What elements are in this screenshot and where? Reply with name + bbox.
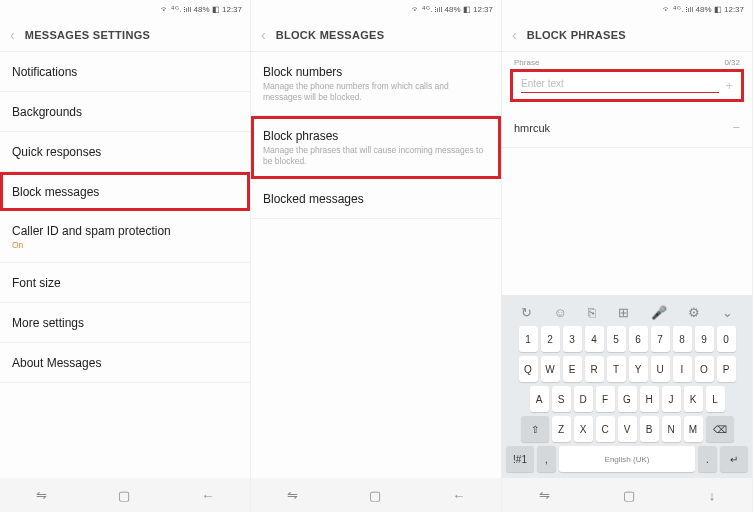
keyboard: ↻ ☺ ⎘ ⊞ 🎤 ⚙ ⌄ 1234567890 QWERTYUIOP ASDF…	[502, 295, 752, 478]
key-p[interactable]: P	[717, 356, 736, 382]
key-o[interactable]: O	[695, 356, 714, 382]
recent-apps-icon[interactable]: ⇋	[36, 488, 47, 503]
key-j[interactable]: J	[662, 386, 681, 412]
down-nav-icon[interactable]: ↓	[709, 488, 716, 503]
key-a[interactable]: A	[530, 386, 549, 412]
header: ‹ MESSAGES SETTINGS	[0, 18, 250, 52]
back-icon[interactable]: ‹	[10, 27, 15, 43]
status-bar: ᯤ ⁴ᴳ.⫶ıll 48% ◧ 12:37	[251, 0, 501, 18]
key-l[interactable]: L	[706, 386, 725, 412]
back-nav-icon[interactable]: ←	[201, 488, 214, 503]
key-5[interactable]: 5	[607, 326, 626, 352]
key-k[interactable]: K	[684, 386, 703, 412]
phrase-text: hmrcuk	[514, 122, 550, 134]
key-2[interactable]: 2	[541, 326, 560, 352]
kbd-refresh-icon[interactable]: ↻	[521, 305, 532, 320]
key-0[interactable]: 0	[717, 326, 736, 352]
remove-phrase-icon[interactable]: −	[732, 120, 740, 135]
key-h[interactable]: H	[640, 386, 659, 412]
kbd-mic-icon[interactable]: 🎤	[651, 305, 667, 320]
key-b[interactable]: B	[640, 416, 659, 442]
key-x[interactable]: X	[574, 416, 593, 442]
back-icon[interactable]: ‹	[512, 27, 517, 43]
kbd-grid-icon[interactable]: ⊞	[618, 305, 629, 320]
kbd-row-4: ⇧ZXCVBNM⌫	[506, 416, 748, 442]
back-nav-icon[interactable]: ←	[452, 488, 465, 503]
key-9[interactable]: 9	[695, 326, 714, 352]
block-list: Block numbers Manage the phone numbers f…	[251, 52, 501, 478]
key-↵[interactable]: ↵	[720, 446, 748, 472]
kbd-gear-icon[interactable]: ⚙	[688, 305, 700, 320]
key-f[interactable]: F	[596, 386, 615, 412]
kbd-row-2: QWERTYUIOP	[506, 356, 748, 382]
item-more-settings[interactable]: More settings	[0, 303, 250, 343]
key-!#1[interactable]: !#1	[506, 446, 534, 472]
status-bar: ᯤ ⁴ᴳ.⫶ıll 48% ◧ 12:37	[502, 0, 752, 18]
item-block-numbers[interactable]: Block numbers Manage the phone numbers f…	[251, 52, 501, 116]
key-3[interactable]: 3	[563, 326, 582, 352]
key-y[interactable]: Y	[629, 356, 648, 382]
recent-apps-icon[interactable]: ⇋	[539, 488, 550, 503]
kbd-row-5: !#1,English (UK).↵	[506, 446, 748, 472]
key-u[interactable]: U	[651, 356, 670, 382]
key-n[interactable]: N	[662, 416, 681, 442]
key-e[interactable]: E	[563, 356, 582, 382]
page-title: MESSAGES SETTINGS	[25, 29, 151, 41]
recent-apps-icon[interactable]: ⇋	[287, 488, 298, 503]
key-i[interactable]: I	[673, 356, 692, 382]
kbd-collapse-icon[interactable]: ⌄	[722, 305, 733, 320]
phrase-input[interactable]: Enter text	[521, 78, 719, 93]
key-8[interactable]: 8	[673, 326, 692, 352]
key-t[interactable]: T	[607, 356, 626, 382]
phrase-entry[interactable]: hmrcuk −	[502, 108, 752, 148]
key-⌫[interactable]: ⌫	[706, 416, 734, 442]
header: ‹ BLOCK MESSAGES	[251, 18, 501, 52]
nav-bar: ⇋ ▢ ←	[251, 478, 501, 512]
item-about-messages[interactable]: About Messages	[0, 343, 250, 383]
key-.[interactable]: .	[698, 446, 717, 472]
settings-list: Notifications Backgrounds Quick response…	[0, 52, 250, 478]
item-block-messages[interactable]: Block messages	[0, 172, 250, 211]
key-c[interactable]: C	[596, 416, 615, 442]
key-6[interactable]: 6	[629, 326, 648, 352]
item-backgrounds[interactable]: Backgrounds	[0, 92, 250, 132]
kbd-emoji-icon[interactable]: ☺	[554, 305, 567, 320]
key-7[interactable]: 7	[651, 326, 670, 352]
screen-block-phrases: ᯤ ⁴ᴳ.⫶ıll 48% ◧ 12:37 ‹ BLOCK PHRASES Ph…	[502, 0, 753, 512]
item-quick-responses[interactable]: Quick responses	[0, 132, 250, 172]
screen-messages-settings: ᯤ ⁴ᴳ.⫶ıll 48% ◧ 12:37 ‹ MESSAGES SETTING…	[0, 0, 251, 512]
key-,[interactable]: ,	[537, 446, 556, 472]
key-m[interactable]: M	[684, 416, 703, 442]
add-phrase-icon[interactable]: +	[725, 78, 733, 93]
nav-bar: ⇋ ▢ ←	[0, 478, 250, 512]
back-icon[interactable]: ‹	[261, 27, 266, 43]
header: ‹ BLOCK PHRASES	[502, 18, 752, 52]
key-1[interactable]: 1	[519, 326, 538, 352]
key-v[interactable]: V	[618, 416, 637, 442]
home-icon[interactable]: ▢	[623, 488, 635, 503]
key-r[interactable]: R	[585, 356, 604, 382]
key-s[interactable]: S	[552, 386, 571, 412]
phrase-input-row[interactable]: Enter text +	[510, 69, 744, 102]
home-icon[interactable]: ▢	[369, 488, 381, 503]
status-bar: ᯤ ⁴ᴳ.⫶ıll 48% ◧ 12:37	[0, 0, 250, 18]
key-z[interactable]: Z	[552, 416, 571, 442]
key-4[interactable]: 4	[585, 326, 604, 352]
key-english (uk)[interactable]: English (UK)	[559, 446, 695, 472]
kbd-row-3: ASDFGHJKL	[506, 386, 748, 412]
item-notifications[interactable]: Notifications	[0, 52, 250, 92]
key-q[interactable]: Q	[519, 356, 538, 382]
key-w[interactable]: W	[541, 356, 560, 382]
home-icon[interactable]: ▢	[118, 488, 130, 503]
item-blocked-messages[interactable]: Blocked messages	[251, 179, 501, 219]
key-⇧[interactable]: ⇧	[521, 416, 549, 442]
page-title: BLOCK PHRASES	[527, 29, 626, 41]
nav-bar: ⇋ ▢ ↓	[502, 478, 752, 512]
spacer	[502, 148, 752, 295]
item-caller-id[interactable]: Caller ID and spam protection On	[0, 211, 250, 263]
kbd-clip-icon[interactable]: ⎘	[588, 305, 596, 320]
key-g[interactable]: G	[618, 386, 637, 412]
item-block-phrases[interactable]: Block phrases Manage the phrases that wi…	[251, 116, 501, 179]
key-d[interactable]: D	[574, 386, 593, 412]
item-font-size[interactable]: Font size	[0, 263, 250, 303]
